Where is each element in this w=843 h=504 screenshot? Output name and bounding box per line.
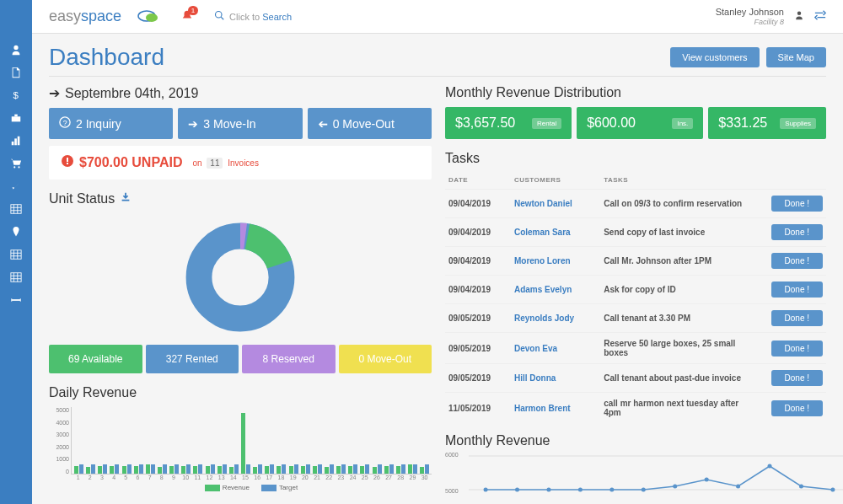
available-tile[interactable]: 69 Available bbox=[49, 345, 142, 373]
insurance-card[interactable]: $600.00Ins. bbox=[577, 107, 703, 139]
table-row: 09/04/2019 Newton Daniel Call on 09/3 to… bbox=[445, 190, 826, 218]
question-icon: ? bbox=[59, 116, 71, 131]
notif-badge: 1 bbox=[188, 6, 198, 15]
download-icon[interactable] bbox=[120, 191, 132, 206]
svg-rect-1 bbox=[12, 116, 21, 121]
left-rail: $ bbox=[0, 0, 32, 504]
svg-rect-18 bbox=[11, 272, 21, 281]
col-customers: CUSTOMERS bbox=[511, 171, 600, 190]
svg-text:?: ? bbox=[63, 119, 67, 127]
table-row: 09/04/2019 Moreno Loren Call Mr. Johnson… bbox=[445, 247, 826, 276]
table-row: 09/04/2019 Coleman Sara Send copy of las… bbox=[445, 218, 826, 247]
arrow-right-icon: ➔ bbox=[49, 85, 60, 101]
customer-link[interactable]: Hill Donna bbox=[514, 373, 556, 383]
svg-point-46 bbox=[609, 488, 614, 492]
settings-icon[interactable] bbox=[814, 10, 826, 23]
customer-link[interactable]: Adams Evelyn bbox=[514, 285, 572, 294]
rail-users-icon[interactable] bbox=[0, 38, 32, 61]
svg-line-29 bbox=[221, 17, 223, 19]
moveout-tile[interactable]: 0 Move-Out bbox=[339, 345, 432, 373]
user-facility: Facility 8 bbox=[716, 18, 784, 27]
task-text: Reserve 50 large boxes, 25 small boxes bbox=[600, 333, 748, 364]
svg-point-47 bbox=[642, 488, 646, 492]
rail-unit-icon[interactable] bbox=[0, 106, 32, 129]
unit-status-title: Unit Status bbox=[49, 191, 432, 206]
notifications-icon[interactable]: 1 bbox=[181, 9, 193, 24]
task-date: 09/05/2019 bbox=[445, 364, 511, 393]
task-date: 09/05/2019 bbox=[445, 333, 511, 364]
tasks-title: Tasks bbox=[445, 151, 826, 166]
rail-grid2-icon[interactable] bbox=[0, 243, 32, 265]
search-input[interactable]: Click to Search bbox=[214, 10, 292, 23]
monthly-dist-title: Monthly Revenue Distribution bbox=[445, 85, 826, 100]
svg-rect-13 bbox=[11, 249, 21, 259]
rail-tools-icon[interactable] bbox=[0, 174, 32, 197]
svg-point-28 bbox=[216, 12, 223, 19]
rail-dollar-icon[interactable]: $ bbox=[0, 83, 32, 106]
customer-link[interactable]: Devon Eva bbox=[514, 344, 557, 353]
done-button[interactable]: Done ! bbox=[771, 281, 823, 298]
task-date: 09/04/2019 bbox=[445, 276, 511, 304]
svg-rect-4 bbox=[14, 138, 17, 145]
unpaid-box[interactable]: $700.00 UNPAID on 11 Invoices bbox=[49, 146, 432, 180]
view-customers-button[interactable]: View customers bbox=[670, 47, 759, 67]
customer-link[interactable]: Newton Daniel bbox=[514, 199, 572, 208]
done-button[interactable]: Done ! bbox=[771, 340, 823, 357]
table-row: 09/05/2019 Hill Donna Call tenant about … bbox=[445, 364, 826, 393]
reserved-tile[interactable]: 8 Reserved bbox=[242, 345, 336, 373]
rental-card[interactable]: $3,657.50Rental bbox=[445, 107, 572, 139]
rail-cart-icon[interactable] bbox=[0, 152, 32, 174]
task-text: Send copy of last invoice bbox=[600, 218, 748, 247]
customer-link[interactable]: Harmon Brent bbox=[514, 404, 571, 413]
page-title: Dashboard bbox=[49, 44, 164, 71]
svg-rect-5 bbox=[18, 136, 20, 145]
svg-point-6 bbox=[13, 166, 15, 168]
done-button[interactable]: Done ! bbox=[771, 310, 823, 326]
rail-grid3-icon[interactable] bbox=[0, 265, 32, 288]
done-button[interactable]: Done ! bbox=[771, 224, 823, 240]
movein-card[interactable]: ➔3 Move-In bbox=[178, 108, 302, 139]
svg-rect-35 bbox=[67, 158, 68, 162]
inquiry-card[interactable]: ?2 Inquiry bbox=[49, 108, 173, 139]
tasks-table: DATE CUSTOMERS TASKS 09/04/2019 Newton D… bbox=[445, 171, 826, 423]
monthly-revenue-chart: 60005000 bbox=[445, 452, 826, 494]
done-button[interactable]: Done ! bbox=[771, 370, 823, 386]
svg-point-42 bbox=[484, 488, 488, 492]
task-text: call mr harmon next tuesday after 4pm bbox=[600, 393, 748, 424]
svg-text:$: $ bbox=[13, 90, 19, 100]
monthly-revenue-title: Monthly Revenue bbox=[445, 433, 826, 448]
done-button[interactable]: Done ! bbox=[771, 400, 823, 416]
rail-grid1-icon[interactable] bbox=[0, 197, 32, 220]
done-button[interactable]: Done ! bbox=[771, 253, 823, 269]
svg-point-43 bbox=[515, 488, 519, 492]
rail-ruler-icon[interactable] bbox=[0, 288, 32, 311]
rail-doc-icon[interactable] bbox=[0, 61, 32, 83]
user-block[interactable]: Stanley Johnson Facility 8 bbox=[716, 7, 784, 27]
customer-link[interactable]: Moreno Loren bbox=[514, 256, 571, 265]
arrow-in-icon: ➔ bbox=[188, 117, 198, 131]
svg-point-45 bbox=[578, 488, 583, 492]
svg-point-51 bbox=[768, 464, 772, 469]
table-row: 11/05/2019 Harmon Brent call mr harmon n… bbox=[445, 393, 826, 424]
logo[interactable]: easyspace bbox=[49, 8, 121, 25]
task-text: Ask for copy of ID bbox=[600, 276, 748, 304]
rail-pin-icon[interactable] bbox=[0, 220, 32, 243]
moveout-card[interactable]: ➔0 Move-Out bbox=[308, 108, 432, 139]
done-button[interactable]: Done ! bbox=[771, 196, 823, 212]
table-row: 09/05/2019 Reynolds Jody Call tenant at … bbox=[445, 304, 826, 333]
task-text: Call on 09/3 to confirm reservation bbox=[600, 190, 748, 218]
rail-chart-icon[interactable] bbox=[0, 129, 32, 152]
customer-link[interactable]: Reynolds Jody bbox=[514, 314, 574, 323]
supplies-card[interactable]: $331.25Supplies bbox=[708, 107, 826, 139]
task-date: 09/04/2019 bbox=[445, 190, 511, 218]
rented-tile[interactable]: 327 Rented bbox=[146, 345, 239, 373]
col-tasks: TASKS bbox=[600, 171, 748, 190]
svg-point-50 bbox=[736, 485, 740, 489]
col-date: DATE bbox=[445, 171, 511, 190]
customer-link[interactable]: Coleman Sara bbox=[514, 228, 571, 237]
svg-rect-3 bbox=[12, 141, 14, 144]
daily-revenue-title: Daily Revenue bbox=[49, 385, 432, 400]
task-text: Call tenant about past-due invoice bbox=[600, 364, 748, 393]
site-map-button[interactable]: Site Map bbox=[766, 47, 826, 67]
user-icon[interactable] bbox=[794, 10, 804, 23]
